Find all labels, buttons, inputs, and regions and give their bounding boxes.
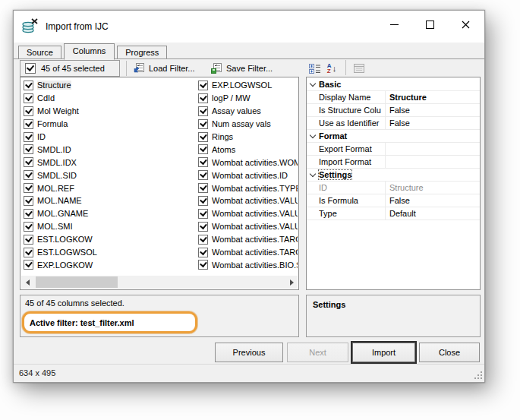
column-list-item[interactable]: SMDL.ID xyxy=(24,143,195,156)
checkbox-checked-icon[interactable] xyxy=(24,248,33,257)
checkbox-checked-icon[interactable] xyxy=(198,209,208,219)
property-row-id[interactable]: ID Structure xyxy=(307,182,480,194)
checkbox-checked-icon[interactable] xyxy=(24,196,33,206)
property-value[interactable]: Structure xyxy=(386,93,480,102)
maximize-button[interactable] xyxy=(412,11,448,37)
checkbox-checked-icon[interactable] xyxy=(198,106,208,116)
checkbox-checked-icon[interactable] xyxy=(198,81,208,90)
checkbox-checked-icon[interactable] xyxy=(198,144,208,154)
column-list-item[interactable]: Wombat activities.TYPE xyxy=(198,182,298,194)
close-dialog-button[interactable]: Close xyxy=(419,343,480,362)
title-bar[interactable]: Import from IJC xyxy=(14,11,484,43)
column-list-item[interactable]: Wombat activities.BIO.S xyxy=(198,258,298,271)
column-list-item[interactable]: logP / MW xyxy=(198,92,298,105)
checkbox-checked-icon[interactable] xyxy=(198,157,208,167)
checkbox-checked-icon[interactable] xyxy=(198,170,208,180)
scroll-right-button[interactable] xyxy=(285,276,298,289)
checkbox-checked-icon[interactable] xyxy=(198,183,208,193)
column-list-item[interactable]: SMDL.IDX xyxy=(24,156,195,169)
scroll-left-button[interactable] xyxy=(21,276,33,289)
checkbox-checked-icon[interactable] xyxy=(24,222,33,232)
checkbox-checked-icon[interactable] xyxy=(24,183,33,193)
column-list-item[interactable]: MOL.GNAME xyxy=(24,207,195,220)
column-list-item[interactable]: Num assay vals xyxy=(198,118,298,131)
column-list-item[interactable]: MOL.SMI xyxy=(24,220,195,233)
column-list-item[interactable]: Mol Weight xyxy=(24,105,195,118)
sort-alphabetically-button[interactable]: AZ ↓ xyxy=(323,59,341,77)
select-all-checkbox[interactable] xyxy=(25,63,36,74)
categorized-view-button[interactable] xyxy=(306,59,324,77)
property-row-import-format[interactable]: Import Format xyxy=(307,156,480,169)
chevron-down-icon[interactable] xyxy=(307,84,319,86)
resize-grip[interactable] xyxy=(474,371,482,380)
checkbox-checked-icon[interactable] xyxy=(198,132,208,142)
checkbox-checked-icon[interactable] xyxy=(24,235,33,245)
checkbox-checked-icon[interactable] xyxy=(198,196,208,206)
chevron-down-icon[interactable] xyxy=(307,174,319,176)
checkbox-checked-icon[interactable] xyxy=(24,93,33,103)
column-list-item[interactable]: MOL.REF xyxy=(24,182,195,194)
property-value[interactable]: Default xyxy=(386,209,480,218)
property-group-basic[interactable]: Basic xyxy=(307,78,480,91)
import-button[interactable]: Import xyxy=(352,343,415,362)
property-value[interactable]: False xyxy=(386,118,480,128)
tab-progress[interactable]: Progress xyxy=(117,46,167,59)
column-list-item[interactable]: ID xyxy=(24,131,195,144)
property-row-use-as-identifier[interactable]: Use as Identifier False xyxy=(307,117,480,130)
checkbox-checked-icon[interactable] xyxy=(198,119,208,129)
property-row-display-name[interactable]: Display Name Structure xyxy=(307,91,480,104)
checkbox-checked-icon[interactable] xyxy=(24,157,33,167)
save-filter-button[interactable]: Save Filter... xyxy=(207,60,276,77)
checkbox-checked-icon[interactable] xyxy=(198,222,208,232)
checkbox-checked-icon[interactable] xyxy=(24,170,33,180)
column-list-item[interactable]: Assay values xyxy=(198,105,298,118)
property-group-settings[interactable]: Settings xyxy=(307,169,480,182)
column-list-item[interactable]: EXP.LOGWSOL xyxy=(198,79,298,92)
column-list-item[interactable]: Wombat activities.ID xyxy=(198,169,298,182)
column-list-item[interactable]: Wombat activities.VALUI xyxy=(198,194,298,207)
load-filter-button[interactable]: Load Filter... xyxy=(130,60,198,77)
column-list-item[interactable]: Structure xyxy=(24,79,195,92)
checkbox-checked-icon[interactable] xyxy=(198,260,208,270)
checkbox-checked-icon[interactable] xyxy=(24,260,33,270)
columns-checkbox-list[interactable]: Structure CdId Mol Weight Formul xyxy=(20,77,299,290)
column-list-item[interactable]: Wombat activities.WOM xyxy=(198,156,298,169)
column-list-item[interactable]: EST.LOGKOW xyxy=(24,233,195,246)
property-value[interactable]: False xyxy=(386,196,480,205)
checkbox-checked-icon[interactable] xyxy=(24,81,33,90)
column-list-item[interactable]: EXP.LOGKOW xyxy=(24,258,195,271)
column-list-item[interactable]: Rings xyxy=(198,131,298,144)
column-list-item[interactable]: Wombat activities.TARG xyxy=(198,246,298,259)
checkbox-checked-icon[interactable] xyxy=(24,132,33,142)
column-list-item[interactable]: EST.LOGWSOL xyxy=(24,246,195,259)
tab-source[interactable]: Source xyxy=(18,46,61,59)
column-list-item[interactable]: Formula xyxy=(24,118,195,131)
chevron-down-icon[interactable] xyxy=(307,135,319,137)
column-list-item[interactable]: Wombat activities.TARG xyxy=(198,233,298,246)
scrollbar-thumb[interactable] xyxy=(36,276,118,288)
checkbox-checked-icon[interactable] xyxy=(198,248,208,257)
column-list-item[interactable]: Wombat activities.VALUI xyxy=(198,220,298,233)
checkbox-checked-icon[interactable] xyxy=(24,144,33,154)
column-list-item[interactable]: SMDL.SID xyxy=(24,169,195,182)
checkbox-checked-icon[interactable] xyxy=(198,93,208,103)
close-button[interactable] xyxy=(448,11,484,37)
checkbox-checked-icon[interactable] xyxy=(24,106,33,116)
column-list-item[interactable]: Atoms xyxy=(198,143,298,156)
tab-columns[interactable]: Columns xyxy=(64,43,115,60)
checkbox-checked-icon[interactable] xyxy=(198,235,208,245)
previous-button[interactable]: Previous xyxy=(215,343,283,362)
column-list-item[interactable]: CdId xyxy=(24,92,195,105)
property-row-type[interactable]: Type Default xyxy=(307,207,480,220)
column-list-item[interactable]: Wombat activities.VALUI xyxy=(198,207,298,220)
checkbox-checked-icon[interactable] xyxy=(24,119,33,129)
property-row-export-format[interactable]: Export Format xyxy=(307,143,480,156)
horizontal-scrollbar[interactable] xyxy=(21,276,298,289)
property-row-is-structure-column[interactable]: Is Structure Colu False xyxy=(307,104,480,117)
minimize-button[interactable] xyxy=(377,11,412,37)
checkbox-checked-icon[interactable] xyxy=(24,209,33,219)
property-value[interactable]: False xyxy=(386,106,480,115)
properties-sheet[interactable]: Basic Display Name Structure Is Structur… xyxy=(306,77,481,290)
property-group-format[interactable]: Format xyxy=(307,130,480,143)
column-list-item[interactable]: MOL.NAME xyxy=(24,194,195,207)
